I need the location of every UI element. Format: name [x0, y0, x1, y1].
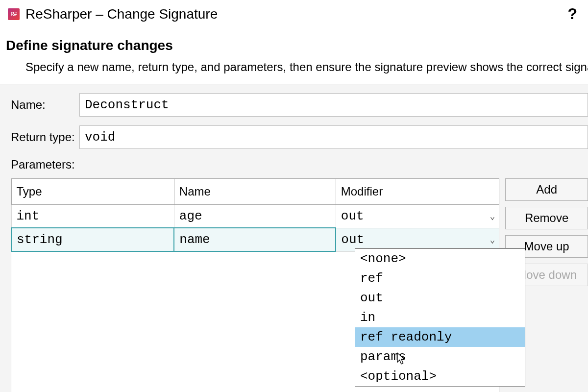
name-input[interactable]	[79, 93, 588, 117]
return-type-row: Return type:	[11, 125, 588, 149]
help-button[interactable]: ?	[564, 5, 580, 23]
add-button[interactable]: Add	[505, 178, 588, 201]
modifier-dropdown[interactable]: <none> ref out in ref readonly params <o…	[355, 248, 525, 387]
remove-button[interactable]: Remove	[505, 207, 588, 229]
return-type-input[interactable]	[79, 125, 588, 149]
dropdown-item-params[interactable]: params	[355, 347, 525, 367]
dropdown-item-out[interactable]: out	[355, 288, 525, 308]
cell-modifier-value: out	[341, 232, 364, 247]
name-label: Name:	[11, 98, 79, 112]
cell-modifier[interactable]: out ⌄	[336, 205, 499, 228]
dropdown-item-ref-readonly[interactable]: ref readonly	[355, 327, 525, 347]
cell-type[interactable]: string	[11, 228, 174, 251]
dropdown-item-none[interactable]: <none>	[355, 249, 525, 269]
cell-type[interactable]: int	[11, 205, 174, 228]
dropdown-item-optional[interactable]: <optional>	[355, 367, 525, 386]
table-row[interactable]: int age out ⌄	[11, 205, 499, 228]
chevron-down-icon: ⌄	[490, 211, 495, 221]
return-type-label: Return type:	[11, 130, 79, 144]
page-heading: Define signature changes	[0, 29, 588, 57]
cell-name[interactable]: age	[174, 205, 336, 228]
titlebar: ReSharper – Change Signature ?	[0, 0, 588, 29]
parameters-table-wrap: Type Name Modifier int age out ⌄	[11, 178, 499, 392]
parameters-table: Type Name Modifier int age out ⌄	[11, 178, 499, 252]
page-description: Specify a new name, return type, and par…	[0, 57, 588, 84]
cell-modifier-value: out	[341, 209, 364, 223]
col-name-header[interactable]: Name	[174, 179, 336, 205]
app-icon	[8, 8, 20, 20]
cell-name[interactable]: name	[174, 228, 336, 251]
parameters-area: Type Name Modifier int age out ⌄	[11, 178, 588, 392]
col-type-header[interactable]: Type	[11, 179, 174, 205]
col-modifier-header[interactable]: Modifier	[336, 179, 499, 205]
name-row: Name:	[11, 93, 588, 117]
content-area: Name: Return type: Parameters: Type Name…	[0, 84, 588, 392]
chevron-down-icon: ⌄	[490, 234, 495, 245]
dropdown-item-in[interactable]: in	[355, 308, 525, 327]
parameters-label: Parameters:	[11, 158, 588, 172]
window-title: ReSharper – Change Signature	[25, 6, 564, 22]
dropdown-item-ref[interactable]: ref	[355, 269, 525, 288]
